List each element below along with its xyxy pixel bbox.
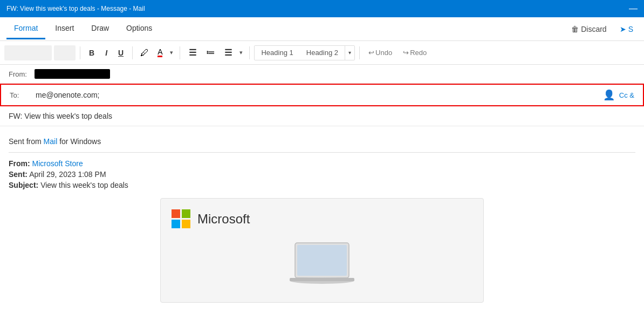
- subject-text: FW: View this week's top deals: [9, 112, 112, 120]
- email-card: Microsoft: [160, 198, 484, 303]
- toolbar-separator-5: [359, 46, 360, 59]
- heading-chevron[interactable]: ▾: [345, 46, 354, 60]
- ordered-list-button[interactable]: ≔: [202, 45, 219, 60]
- send-icon: ➤: [620, 25, 626, 33]
- subject-meta-label: Subject:: [9, 181, 38, 189]
- send-label: S: [628, 25, 633, 33]
- bold-button[interactable]: B: [85, 45, 99, 60]
- svg-rect-3: [290, 278, 354, 281]
- tab-group: Format Insert Draw Options: [6, 18, 160, 39]
- close-button[interactable]: —: [629, 4, 638, 13]
- body-area: Sent from Mail for Windows From: Microso…: [0, 126, 644, 320]
- format-toolbar: B I U 🖊 A ▾ ☰ ≔ ☰ ▾ Heading 1 Heading 2 …: [0, 41, 644, 65]
- send-button[interactable]: ➤ S: [615, 23, 638, 36]
- highlight-button[interactable]: 🖊: [137, 46, 152, 60]
- font-color-chevron[interactable]: ▾: [168, 47, 175, 58]
- heading2-option[interactable]: Heading 2: [300, 46, 345, 59]
- sent-from-line: Sent from Mail for Windows: [9, 137, 635, 146]
- tab-format[interactable]: Format: [6, 18, 45, 39]
- title-bar: FW: View this week's top deals - Message…: [0, 0, 644, 17]
- toolbar-separator-1: [80, 46, 80, 59]
- brand-name: Microsoft: [197, 212, 250, 227]
- nav-tabs: Format Insert Draw Options 🗑 Discard ➤ S: [0, 17, 644, 41]
- undo-icon: ↩: [368, 49, 374, 57]
- compose-area: From: To: 👤 Cc & FW: View this week's to…: [0, 65, 644, 320]
- microsoft-store-link[interactable]: Microsoft Store: [32, 159, 83, 168]
- sent-from-suffix: for Windows: [57, 137, 101, 146]
- divider: [9, 152, 635, 153]
- tab-draw[interactable]: Draw: [84, 18, 117, 39]
- unordered-list-button[interactable]: ☰: [184, 45, 201, 60]
- nav-actions: 🗑 Discard ➤ S: [567, 23, 638, 36]
- tab-insert[interactable]: Insert: [47, 18, 81, 39]
- ms-logo-grid: [172, 209, 191, 229]
- sent-meta-value: April 29, 2023 1:08 PM: [29, 170, 106, 179]
- trash-icon: 🗑: [571, 25, 579, 33]
- sent-meta-label: Sent:: [9, 170, 28, 179]
- undo-label: Undo: [375, 49, 392, 57]
- underline-button[interactable]: U: [114, 45, 128, 60]
- contact-icon[interactable]: 👤: [603, 89, 615, 101]
- discard-label: Discard: [581, 25, 606, 33]
- redo-button[interactable]: ↪ Redo: [399, 46, 431, 59]
- italic-button[interactable]: I: [101, 45, 112, 60]
- from-row: From:: [0, 65, 644, 84]
- list-buttons: ☰ ≔ ☰ ▾: [184, 45, 245, 60]
- subject-meta-line: Subject: View this week's top deals: [9, 181, 635, 189]
- to-input[interactable]: [36, 91, 599, 99]
- microsoft-logo: Microsoft: [172, 209, 472, 229]
- to-label: To:: [10, 91, 31, 99]
- to-actions: 👤 Cc &: [603, 89, 634, 101]
- svg-rect-1: [297, 245, 347, 276]
- subject-meta-value: View this week's top deals: [40, 181, 128, 189]
- highlight-icon: 🖊: [140, 48, 149, 57]
- ms-logo-green: [182, 209, 190, 218]
- heading-select: Heading 1 Heading 2 ▾: [254, 45, 355, 60]
- font-size-button[interactable]: [54, 45, 76, 60]
- cc-button[interactable]: Cc &: [619, 91, 634, 99]
- to-row: To: 👤 Cc &: [0, 84, 644, 106]
- redo-icon: ↪: [403, 49, 409, 57]
- heading1-option[interactable]: Heading 1: [255, 46, 299, 59]
- font-color-icon: A: [157, 48, 162, 57]
- list-chevron[interactable]: ▾: [237, 47, 245, 58]
- toolbar-separator-4: [249, 46, 250, 59]
- font-color-button[interactable]: A: [154, 46, 166, 59]
- ms-logo-blue: [172, 220, 180, 228]
- sent-meta-line: Sent: April 29, 2023 1:08 PM: [9, 170, 635, 179]
- window-title: FW: View this week's top deals - Message…: [6, 5, 629, 12]
- laptop-illustration: [172, 237, 472, 291]
- toolbar-separator-2: [132, 46, 133, 59]
- undo-button[interactable]: ↩ Undo: [364, 46, 396, 59]
- from-meta-label: From:: [9, 159, 30, 168]
- discard-button[interactable]: 🗑 Discard: [567, 23, 611, 36]
- laptop-svg: [279, 237, 365, 291]
- subject-row: FW: View this week's top deals: [0, 106, 644, 126]
- from-label: From:: [9, 70, 30, 78]
- toolbar-separator-3: [180, 46, 180, 59]
- font-family-button[interactable]: [4, 45, 52, 60]
- tab-options[interactable]: Options: [119, 18, 160, 39]
- align-button[interactable]: ☰: [220, 45, 236, 60]
- redo-label: Redo: [410, 49, 427, 57]
- sent-from-text: Sent from: [9, 137, 44, 146]
- mail-link[interactable]: Mail: [44, 137, 58, 146]
- from-value: [35, 69, 110, 79]
- ms-logo-yellow: [182, 220, 190, 228]
- undo-redo-group: ↩ Undo ↪ Redo: [364, 46, 431, 59]
- ms-logo-red: [172, 209, 180, 218]
- from-meta-line: From: Microsoft Store: [9, 159, 635, 168]
